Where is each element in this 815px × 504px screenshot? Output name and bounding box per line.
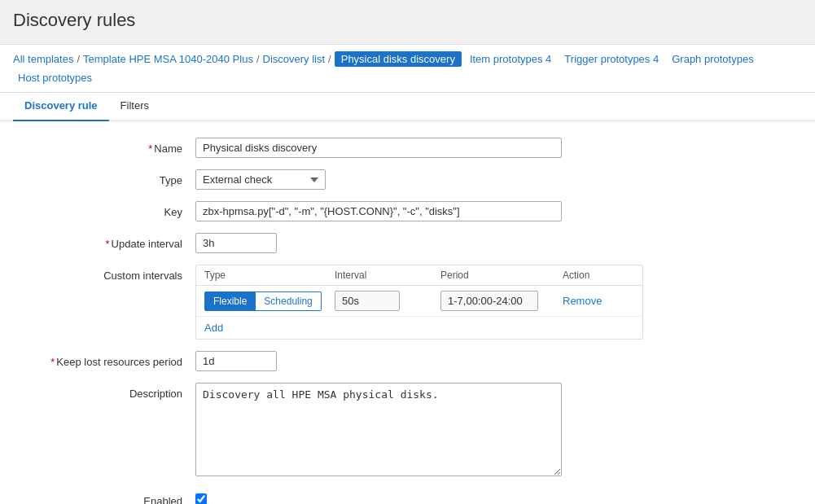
tab-filters[interactable]: Filters [109, 93, 160, 121]
ci-interval-input[interactable] [335, 291, 400, 311]
page-title: Discovery rules [13, 10, 802, 31]
breadcrumb: All templates / Template HPE MSA 1040-20… [0, 44, 815, 93]
keep-lost-row: *Keep lost resources period [16, 351, 799, 371]
ci-col-period: Period [440, 270, 563, 281]
type-select[interactable]: External check Zabbix agent SNMP JMX [195, 169, 326, 190]
breadcrumb-sep2: / [256, 53, 260, 65]
breadcrumb-sep1: / [77, 53, 80, 65]
ci-action-cell: Remove [563, 295, 634, 307]
ci-scheduling-btn[interactable]: Scheduling [256, 291, 321, 311]
keep-lost-field [195, 351, 799, 371]
breadcrumb-trigger-prototypes[interactable]: Trigger prototypes 4 [559, 51, 664, 67]
type-row: Type External check Zabbix agent SNMP JM… [16, 169, 799, 190]
breadcrumb-item-prototypes[interactable]: Item prototypes 4 [465, 51, 556, 67]
breadcrumb-sep3: / [328, 53, 331, 65]
page-header: Discovery rules All templates / Template… [0, 0, 815, 93]
ci-col-type: Type [204, 270, 335, 281]
ci-col-interval: Interval [335, 270, 440, 281]
name-row: *Name [16, 138, 799, 158]
ci-header: Type Interval Period Action [196, 265, 642, 286]
type-label: Type [16, 169, 195, 186]
tab-discovery-rule[interactable]: Discovery rule [13, 93, 109, 121]
update-interval-label: *Update interval [16, 233, 195, 250]
keep-lost-label: *Keep lost resources period [16, 351, 195, 368]
update-interval-field [195, 233, 799, 253]
custom-intervals-field: Type Interval Period Action Flexible Sch… [195, 265, 799, 340]
ci-col-action: Action [563, 270, 634, 281]
name-label: *Name [16, 138, 195, 155]
key-input[interactable] [195, 201, 562, 221]
custom-intervals-row: Custom intervals Type Interval Period Ac… [16, 265, 799, 340]
main-content: *Name Type External check Zabbix agent S… [0, 121, 815, 504]
breadcrumb-current: Physical disks discovery [335, 51, 462, 67]
key-label: Key [16, 201, 195, 218]
ci-type-cell: Flexible Scheduling [204, 291, 335, 311]
name-field [195, 138, 799, 158]
breadcrumb-discovery-list[interactable]: Discovery list [263, 53, 326, 65]
enabled-checkbox[interactable] [195, 493, 207, 504]
key-row: Key [16, 201, 799, 221]
update-interval-row: *Update interval [16, 233, 799, 253]
breadcrumb-graph-prototypes[interactable]: Graph prototypes [667, 51, 758, 67]
form-section: *Name Type External check Zabbix agent S… [0, 138, 815, 504]
custom-intervals-box: Type Interval Period Action Flexible Sch… [195, 265, 643, 340]
description-textarea[interactable]: Discovery all HPE MSA physical disks. [195, 383, 562, 476]
tabs-bar: Discovery rule Filters [0, 93, 815, 121]
breadcrumb-host-prototypes[interactable]: Host prototypes [13, 70, 97, 85]
custom-intervals-label: Custom intervals [16, 265, 195, 282]
ci-row: Flexible Scheduling Remove [196, 286, 642, 317]
ci-add-link[interactable]: Add [204, 322, 223, 334]
name-input[interactable] [195, 138, 562, 158]
breadcrumb-template[interactable]: Template HPE MSA 1040-2040 Plus [83, 53, 253, 65]
ci-interval-cell [335, 291, 440, 311]
ci-period-cell [440, 291, 563, 311]
key-field [195, 201, 799, 221]
ci-remove-link[interactable]: Remove [563, 295, 602, 307]
ci-add-row: Add [196, 317, 642, 339]
keep-lost-input[interactable] [195, 351, 277, 371]
type-field: External check Zabbix agent SNMP JMX [195, 169, 799, 190]
update-interval-input[interactable] [195, 233, 277, 253]
description-field: Discovery all HPE MSA physical disks. [195, 383, 799, 479]
enabled-field [195, 490, 799, 504]
ci-period-input[interactable] [440, 291, 538, 311]
breadcrumb-all-templates[interactable]: All templates [13, 53, 73, 65]
description-row: Description Discovery all HPE MSA physic… [16, 383, 799, 479]
enabled-label: Enabled [16, 490, 195, 504]
enabled-row: Enabled [16, 490, 799, 504]
description-label: Description [16, 383, 195, 400]
ci-flexible-btn[interactable]: Flexible [204, 291, 256, 311]
